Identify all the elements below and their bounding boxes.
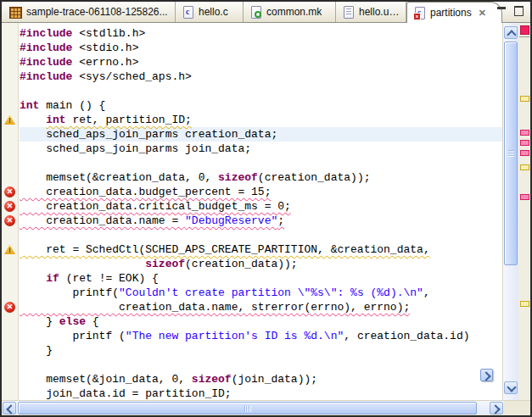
code-token: , creation_data.id) bbox=[344, 330, 469, 342]
code-token: (creation_data)); bbox=[185, 258, 298, 270]
code-token: , bbox=[423, 286, 430, 299]
code-token: <stdio.h> bbox=[72, 42, 138, 54]
c-file-icon: c bbox=[182, 6, 194, 19]
code-token: creation_data.budget_percent = 15; bbox=[20, 186, 271, 198]
code-line: creation_data.name = "DebugReserve"; bbox=[20, 214, 502, 228]
code-token: creation_data.name, strerror(errno), err… bbox=[20, 301, 410, 314]
scroll-left-button[interactable] bbox=[3, 402, 16, 414]
code-token: (ret != EOK) { bbox=[59, 272, 159, 285]
code-line: memset(&creation_data, 0, sizeof(creatio… bbox=[20, 170, 502, 185]
code-line: } else { bbox=[20, 314, 502, 329]
error-marker-icon[interactable]: ✕ bbox=[4, 186, 15, 197]
scroll-right-button[interactable] bbox=[490, 402, 503, 414]
code-token: join_data.id = partition_ID; bbox=[20, 387, 232, 400]
code-token: } bbox=[20, 344, 53, 357]
tab-label: hello.use bbox=[359, 6, 400, 18]
tab-sample-trace-061108-125826-[interactable]: sample-trace-061108-125826... bbox=[3, 2, 176, 22]
current-code-line: sched_aps_join_parms creation_data; bbox=[20, 127, 502, 142]
code-line: creation_data.name, strerror(errno), err… bbox=[20, 300, 502, 314]
keyword-token: int bbox=[20, 99, 39, 112]
close-tab-icon[interactable]: ✕ bbox=[479, 8, 486, 19]
code-token: <sys/sched_aps.h> bbox=[72, 70, 191, 83]
code-line bbox=[20, 156, 502, 170]
tab-partitions[interactable]: cxpartitions✕ bbox=[406, 2, 502, 23]
code-token: { bbox=[86, 315, 99, 328]
tab-label: common.mk bbox=[266, 6, 322, 18]
chevron-right-icon bbox=[481, 371, 490, 381]
minimize-view-button[interactable] bbox=[495, 5, 509, 17]
code-line: #include <sys/sched_aps.h> bbox=[20, 70, 502, 84]
error-marker-icon[interactable]: ✕ bbox=[4, 302, 15, 313]
code-token: sched_aps_join_parms creation_data; bbox=[20, 128, 277, 141]
vertical-scrollbar-thumb[interactable] bbox=[504, 42, 518, 265]
error-overview-marker[interactable] bbox=[520, 150, 529, 156]
error-underline: creation_data.name, strerror(errno), err… bbox=[20, 301, 410, 314]
tab-label: sample-trace-061108-125826... bbox=[26, 6, 168, 18]
horizontal-scrollbar-thumb[interactable] bbox=[18, 402, 477, 414]
next-annotation-button[interactable] bbox=[480, 369, 493, 381]
code-token: ; bbox=[277, 214, 284, 227]
code-token: (creation_data)); bbox=[258, 171, 371, 184]
warning-overview-marker[interactable] bbox=[520, 164, 529, 170]
tab-hello-use[interactable]: hello.use bbox=[336, 2, 406, 22]
keyword-token: #include bbox=[20, 70, 72, 83]
chevron-down-icon bbox=[507, 382, 516, 392]
error-underline: creation_data.name = "DebugReserve"; bbox=[20, 214, 284, 227]
code-token: (join_data)); bbox=[232, 373, 317, 386]
keyword-token: sizeof bbox=[192, 373, 232, 386]
ruler-separator bbox=[519, 36, 529, 37]
minimize-icon bbox=[497, 7, 506, 9]
code-token: printf( bbox=[20, 286, 119, 299]
error-underline: creation_data.budget_percent = 15; bbox=[20, 186, 271, 198]
scrollbar-grip bbox=[244, 405, 251, 412]
keyword-token: int bbox=[46, 114, 65, 126]
string-token: "The new partition's ID is %d.\n" bbox=[126, 330, 344, 342]
warning-underline: int ret, partition_ID; bbox=[46, 114, 192, 126]
ide-window: sample-trace-061108-125826...chello.ccom… bbox=[0, 0, 532, 417]
warning-marker-icon[interactable]: ! bbox=[4, 244, 15, 254]
keyword-token: #include bbox=[20, 42, 72, 54]
code-line bbox=[20, 84, 502, 98]
tab-hello-c[interactable]: chello.c bbox=[176, 2, 244, 22]
code-line: ret = SchedCtl(SCHED_APS_CREATE_PARTITIO… bbox=[20, 242, 502, 257]
warning-marker-icon[interactable]: ! bbox=[4, 114, 15, 125]
error-marker-icon[interactable]: ✕ bbox=[4, 201, 15, 212]
scroll-up-button[interactable] bbox=[504, 26, 518, 39]
maximize-icon bbox=[514, 6, 524, 16]
scroll-down-button[interactable] bbox=[504, 381, 518, 394]
code-line: int main () { bbox=[20, 98, 502, 113]
scrollbar-corner bbox=[504, 400, 530, 414]
code-line: } bbox=[20, 343, 502, 358]
maximize-view-button[interactable] bbox=[512, 5, 526, 17]
code-text-area[interactable]: #include <stdlib.h>#include <stdio.h>#in… bbox=[19, 23, 502, 400]
string-token: "DebugReserve" bbox=[185, 214, 277, 227]
code-line: if (ret != EOK) { bbox=[20, 271, 502, 286]
error-overview-marker[interactable] bbox=[520, 130, 529, 136]
code-line: creation_data.budget_percent = 15; bbox=[20, 185, 502, 199]
error-marker-icon[interactable]: ✕ bbox=[4, 215, 15, 226]
annotation-gutter: !✕✕✕!✕ bbox=[2, 23, 19, 400]
error-overview-marker[interactable] bbox=[520, 194, 529, 200]
warning-overview-marker[interactable] bbox=[520, 96, 529, 102]
horizontal-scrollbar[interactable] bbox=[2, 400, 504, 414]
error-overview-marker[interactable] bbox=[520, 140, 529, 146]
code-token: sched_aps_join_parms join_data; bbox=[20, 142, 251, 155]
code-token: ret, partition_ID; bbox=[66, 114, 192, 126]
code-token bbox=[20, 258, 145, 270]
tab-label: hello.c bbox=[199, 6, 228, 18]
code-line: #include <errno.h> bbox=[20, 55, 502, 70]
code-line: sizeof(creation_data)); bbox=[20, 257, 502, 271]
vertical-scrollbar[interactable] bbox=[502, 23, 518, 401]
code-token: } bbox=[20, 315, 59, 328]
tab-common-mk[interactable]: common.mk bbox=[244, 2, 336, 22]
tab-label: partitions bbox=[430, 7, 472, 19]
code-token: ret = SchedCtl(SCHED_APS_CREATE_PARTITIO… bbox=[20, 243, 430, 256]
warning-overview-marker[interactable] bbox=[520, 301, 529, 307]
code-token: memset(&creation_data, 0, bbox=[20, 171, 218, 184]
keyword-token: sizeof bbox=[218, 171, 258, 184]
keyword-token: if bbox=[46, 272, 59, 285]
code-token: <stdlib.h> bbox=[72, 27, 145, 40]
code-line: #include <stdlib.h> bbox=[20, 26, 502, 41]
chevron-up-icon bbox=[507, 30, 516, 39]
keyword-token: else bbox=[59, 315, 86, 328]
